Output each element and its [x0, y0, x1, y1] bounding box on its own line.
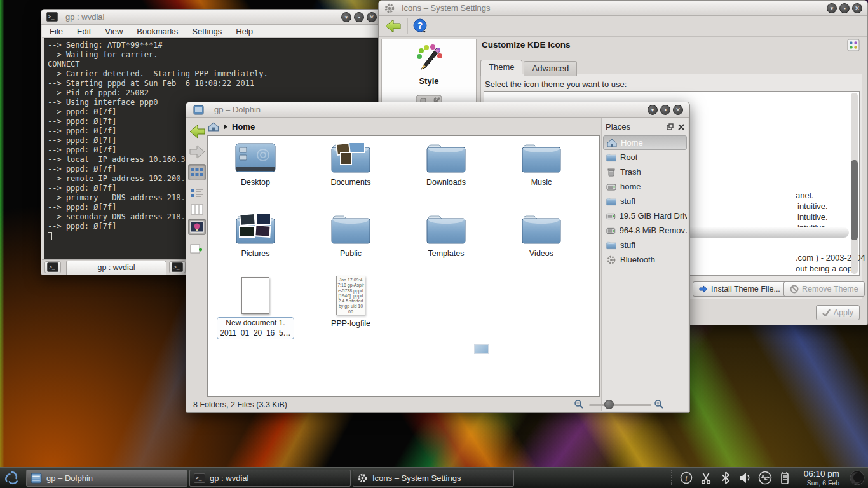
- help-icon[interactable]: ?: [412, 18, 428, 34]
- close-panel-icon[interactable]: [678, 124, 684, 130]
- float-panel-icon[interactable]: [667, 123, 674, 130]
- details-view-icon: [191, 187, 203, 198]
- dolphin-file-view[interactable]: Desktop Documents Downloads Music Pictur…: [207, 135, 600, 397]
- bluetooth-icon[interactable]: [719, 471, 733, 485]
- sidebar-item-style[interactable]: Style: [382, 39, 476, 86]
- tab-theme[interactable]: Theme: [480, 60, 522, 76]
- forward-button[interactable]: [188, 144, 206, 160]
- place-home-partition[interactable]: home: [603, 179, 687, 194]
- scrollbar[interactable]: [851, 93, 858, 274]
- install-theme-button[interactable]: Install Theme File...: [693, 281, 787, 297]
- menu-bookmarks[interactable]: Bookmarks: [137, 27, 178, 36]
- split-view-button[interactable]: [188, 241, 206, 258]
- desktop-screen: >_ gp : wvdial ▾ ▪ ✕ File Edit View Book…: [0, 0, 868, 488]
- breadcrumb-home[interactable]: Home: [232, 122, 255, 132]
- preview-icon: [190, 221, 204, 233]
- konsole-title: gp : wvdial: [65, 12, 104, 22]
- maximize-icon[interactable]: ▪: [839, 3, 850, 13]
- details-view-button[interactable]: [188, 184, 206, 201]
- place-root[interactable]: Root: [603, 150, 687, 165]
- minimize-icon[interactable]: ▾: [827, 3, 837, 13]
- style-pencil-icon: [414, 43, 444, 71]
- tab-advanced[interactable]: Advanced: [524, 61, 577, 76]
- minimize-icon[interactable]: ▾: [648, 105, 658, 115]
- folder-item[interactable]: Music: [500, 141, 583, 187]
- theme-prompt: Select the icon theme you want to use:: [485, 79, 627, 89]
- new-tab-button[interactable]: >_: [44, 261, 61, 273]
- zoom-out-icon[interactable]: [574, 399, 584, 409]
- remove-theme-button[interactable]: Remove Theme: [783, 281, 865, 297]
- file-item-selected[interactable]: New document 1. 2011_01_20_16_5…: [214, 277, 297, 339]
- close-icon[interactable]: ✕: [367, 12, 377, 22]
- place-stuff[interactable]: stuff: [603, 194, 687, 208]
- folder-item[interactable]: Public: [309, 212, 392, 258]
- folder-item[interactable]: Templates: [405, 212, 487, 258]
- battery-icon[interactable]: [778, 471, 792, 485]
- icons-view-button[interactable]: [188, 164, 206, 180]
- overview-grid-icon[interactable]: [847, 39, 860, 51]
- scrollbar-thumb[interactable]: [851, 160, 858, 240]
- folder-item[interactable]: Pictures: [214, 212, 297, 258]
- settings-titlebar[interactable]: Icons – System Settings ▾ ▪ ✕: [379, 1, 867, 16]
- menu-help[interactable]: Help: [236, 27, 253, 36]
- folder-icon: [426, 212, 466, 245]
- folder-icon: [330, 212, 371, 245]
- preview-button[interactable]: [188, 219, 206, 235]
- panel-cashew-icon[interactable]: [849, 470, 865, 486]
- clock[interactable]: 06:10 pm Sun, 6 Feb: [804, 469, 839, 487]
- back-button[interactable]: [188, 123, 206, 140]
- text-file-preview-icon: Jan 17 09:47:18 gp-Aspire-5738 pppd[1946…: [336, 276, 365, 315]
- device-notifier-icon[interactable]: [758, 471, 772, 485]
- columns-view-button[interactable]: [188, 201, 206, 217]
- menu-file[interactable]: File: [50, 27, 63, 36]
- file-item[interactable]: Jan 17 09:47:18 gp-Aspire-5738 pppd[1946…: [309, 276, 392, 328]
- menu-edit[interactable]: Edit: [77, 27, 91, 36]
- app-launcher-icon[interactable]: [3, 470, 20, 487]
- zoom-slider-handle[interactable]: [604, 400, 614, 409]
- place-trash[interactable]: Trash: [603, 165, 687, 179]
- dolphin-titlebar[interactable]: gp – Dolphin ▾ ▪ ✕: [186, 102, 689, 118]
- back-arrow-icon[interactable]: [384, 18, 402, 34]
- home-icon[interactable]: [207, 121, 220, 132]
- close-icon[interactable]: ✕: [852, 3, 862, 13]
- place-removable-drive[interactable]: 964.8 MiB Remov…: [603, 223, 687, 238]
- dolphin-side-toolbar: [186, 118, 207, 396]
- close-icon[interactable]: ✕: [673, 105, 683, 115]
- place-stuff2[interactable]: stuff: [603, 238, 687, 252]
- dolphin-app-icon: [193, 105, 204, 115]
- minimize-icon[interactable]: ▾: [341, 12, 351, 22]
- konsole-tab[interactable]: gp : wvdial: [66, 261, 166, 274]
- folder-item[interactable]: Videos: [500, 212, 583, 258]
- theme-description: out being a copy: [796, 264, 856, 273]
- place-hard-drive[interactable]: 19.5 GiB Hard Drive: [603, 208, 687, 223]
- removable-drive-icon: [606, 226, 616, 236]
- volume-icon[interactable]: [738, 471, 752, 485]
- folder-icon: [606, 197, 616, 206]
- folder-item[interactable]: Documents: [309, 141, 392, 187]
- task-system-settings[interactable]: Icons – System Settings: [353, 470, 514, 487]
- info-icon[interactable]: i: [679, 471, 693, 485]
- taskbar-panel: gp – Dolphin >_ gp : wvdial Icons – Syst…: [0, 467, 868, 488]
- folder-icon: [426, 141, 466, 174]
- zoom-slider[interactable]: [589, 402, 651, 408]
- tab-list-button[interactable]: >_: [169, 261, 186, 273]
- task-dolphin[interactable]: gp – Dolphin: [26, 470, 187, 487]
- task-konsole[interactable]: >_ gp : wvdial: [189, 470, 351, 487]
- maximize-icon[interactable]: ▪: [354, 12, 364, 22]
- konsole-titlebar[interactable]: >_ gp : wvdial ▾ ▪ ✕: [41, 10, 381, 25]
- menu-settings[interactable]: Settings: [192, 27, 222, 36]
- folder-icon: [521, 141, 562, 174]
- apply-button[interactable]: Apply: [816, 305, 860, 320]
- remove-icon: [790, 285, 799, 294]
- place-home[interactable]: Home: [603, 135, 687, 150]
- maximize-icon[interactable]: ▪: [660, 105, 670, 115]
- klipper-scissors-icon[interactable]: [699, 471, 713, 485]
- zoom-in-icon[interactable]: [654, 399, 664, 409]
- dolphin-app-icon: [31, 473, 42, 484]
- folder-item[interactable]: Desktop: [214, 141, 297, 187]
- gear-icon: [384, 3, 395, 14]
- folder-item[interactable]: Downloads: [405, 141, 487, 187]
- svg-text:i: i: [685, 474, 687, 483]
- place-bluetooth[interactable]: Bluetooth: [603, 252, 687, 267]
- menu-view[interactable]: View: [105, 27, 123, 36]
